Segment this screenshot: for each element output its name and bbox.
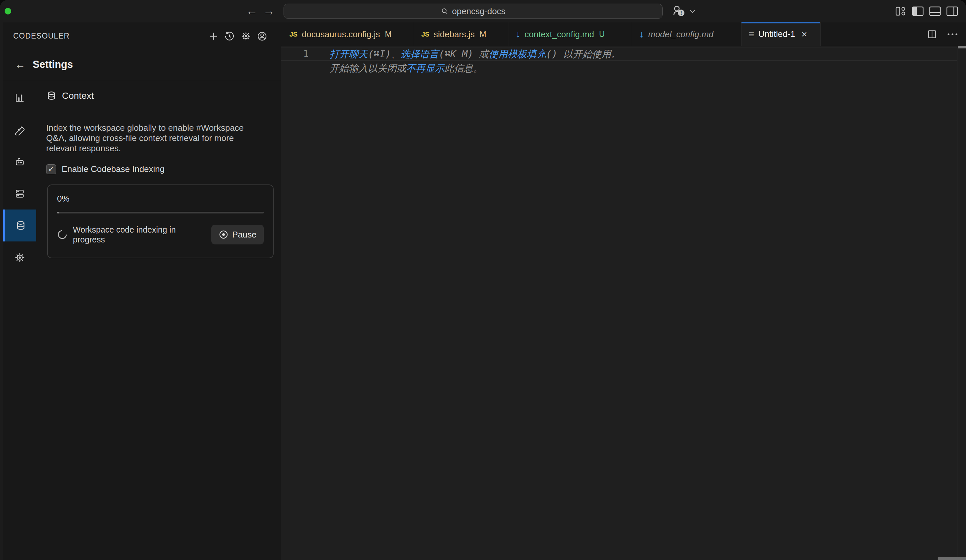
horizontal-scrollbar-thumb[interactable] — [938, 557, 966, 560]
customize-layout-button[interactable] — [894, 6, 908, 17]
history-button[interactable] — [223, 30, 235, 42]
toggle-secondary-sidebar-button[interactable] — [945, 6, 959, 17]
git-status-badge: U — [599, 29, 605, 39]
js-file-icon: JS — [289, 31, 297, 38]
line-number: 1 — [294, 48, 309, 59]
vertical-scrollbar-thumb[interactable] — [958, 46, 966, 48]
rail-item-robot[interactable] — [3, 146, 36, 178]
panel-settings-gear-button[interactable] — [240, 30, 252, 42]
server-stack-icon — [14, 188, 25, 199]
app-window: ← → opencsg-docs ! — [0, 0, 966, 560]
tab-context-config-md[interactable]: ↓context_config.mdU — [508, 22, 632, 46]
progress-percent: 0% — [57, 194, 264, 204]
scrollbar-gutter-divider — [957, 46, 958, 560]
codesouler-sidebar: CODESOULER ← S — [3, 22, 281, 560]
spinner-icon — [57, 229, 67, 240]
tab-label: context_config.md — [524, 29, 594, 39]
chevron-down-icon — [689, 9, 696, 13]
editor-tab-bar: JSdocusaurus.config.jsMJSsidebars.jsM↓co… — [281, 22, 966, 46]
title-bar: ← → opencsg-docs ! — [0, 0, 966, 22]
enable-indexing-checkbox[interactable]: ✓ — [46, 164, 56, 174]
account-button[interactable] — [256, 30, 268, 42]
context-heading-label: Context — [62, 90, 94, 101]
txt-file-icon: ≡ — [749, 29, 754, 39]
context-description: Index the workspace globally to enable #… — [46, 123, 260, 154]
tab-label: model_config.md — [648, 29, 713, 39]
tab-model-config-md[interactable]: ↓model_config.md — [632, 22, 741, 46]
tab-label: docusaurus.config.js — [302, 29, 380, 39]
editor-hint-line-2: 开始输入以关闭或不再显示此信息。 — [330, 62, 483, 75]
robot-icon — [14, 156, 25, 167]
more-actions-icon[interactable] — [947, 33, 958, 36]
pause-button-label: Pause — [232, 229, 256, 240]
tab-untitled-1[interactable]: ≡Untitled-1× — [741, 22, 821, 46]
settings-content: Context Index the workspace globally to … — [43, 81, 277, 560]
md-file-icon: ↓ — [639, 29, 644, 39]
rail-item-ruler[interactable] — [3, 114, 36, 146]
editor-content[interactable]: 1 打开聊天(⌘I)、选择语言(⌘K M) 或使用模板填充() 以开始使用。 开… — [281, 46, 966, 560]
bar-chart-icon — [15, 93, 25, 103]
search-value: opencsg-docs — [452, 6, 505, 16]
database-icon — [15, 220, 26, 231]
pause-circle-icon — [219, 229, 228, 239]
tab-sidebars-js[interactable]: JSsidebars.jsM — [414, 22, 508, 46]
tab-label: sidebars.js — [434, 29, 475, 39]
progress-bar-fill — [57, 212, 59, 213]
toggle-primary-sidebar-button[interactable] — [911, 6, 925, 17]
tab-label: Untitled-1 — [758, 29, 795, 39]
md-file-icon: ↓ — [516, 29, 520, 39]
toggle-panel-button[interactable] — [928, 6, 942, 17]
gear-icon — [14, 252, 25, 263]
hint-link[interactable]: 选择语言 — [401, 48, 439, 60]
progress-status-text: Workspace code indexing in progress — [73, 225, 185, 244]
split-editor-icon[interactable] — [927, 29, 938, 39]
hint-text: (⌘I)、 — [368, 48, 401, 60]
database-icon — [46, 90, 57, 101]
editor-hint-line-1: 打开聊天(⌘I)、选择语言(⌘K M) 或使用模板填充() 以开始使用。 — [330, 48, 621, 61]
ruler-icon — [14, 124, 25, 135]
enable-indexing-label: Enable Codebase Indexing — [62, 164, 164, 174]
hint-link[interactable]: 使用模板填充 — [489, 48, 546, 60]
hint-text: (⌘K M) 或 — [439, 48, 489, 60]
context-section-heading: Context — [46, 90, 94, 101]
hint-text: 此信息。 — [444, 62, 483, 74]
progress-status-row: Workspace code indexing in progress Paus… — [57, 225, 264, 244]
copilot-menu-button[interactable]: ! — [671, 4, 696, 18]
svg-text:!: ! — [680, 10, 682, 16]
settings-back-button[interactable]: ← — [15, 57, 25, 72]
search-icon — [441, 7, 449, 15]
hint-text: 开始输入以关闭或 — [330, 62, 406, 74]
enable-indexing-row: ✓ Enable Codebase Indexing — [46, 164, 164, 174]
copilot-icon: ! — [671, 4, 687, 18]
pause-button[interactable]: Pause — [211, 225, 264, 244]
indexing-progress-card: 0% Workspace code indexing in progress — [47, 185, 274, 258]
git-status-badge: M — [385, 29, 392, 39]
settings-header: ← Settings — [15, 57, 73, 72]
hint-link[interactable]: 不再显示 — [406, 62, 444, 74]
hint-link[interactable]: 打开聊天 — [330, 48, 368, 60]
tab-docusaurus-config-js[interactable]: JSdocusaurus.config.jsM — [282, 22, 414, 46]
progress-bar — [57, 212, 264, 213]
window-traffic-light[interactable] — [5, 8, 11, 15]
panel-header: CODESOULER — [3, 22, 281, 49]
git-status-badge: M — [480, 29, 486, 39]
hint-text: () 以开始使用。 — [546, 48, 621, 60]
settings-category-rail — [3, 81, 36, 560]
js-file-icon: JS — [421, 31, 429, 38]
editor-area: JSdocusaurus.config.jsMJSsidebars.jsM↓co… — [281, 22, 966, 560]
command-center-search[interactable]: opencsg-docs — [284, 3, 663, 19]
rail-item-bar-chart[interactable] — [3, 82, 36, 114]
navigate-back-button[interactable]: ← — [245, 0, 258, 22]
close-tab-icon[interactable]: × — [802, 29, 807, 39]
rail-item-database[interactable] — [3, 210, 36, 241]
rail-item-gear[interactable] — [3, 241, 36, 273]
panel-title: CODESOULER — [13, 22, 69, 49]
rail-item-server-stack[interactable] — [3, 178, 36, 210]
navigate-forward-button[interactable]: → — [263, 0, 276, 22]
new-chat-button[interactable] — [208, 30, 220, 42]
settings-title: Settings — [33, 59, 73, 70]
editor-actions — [927, 22, 958, 46]
